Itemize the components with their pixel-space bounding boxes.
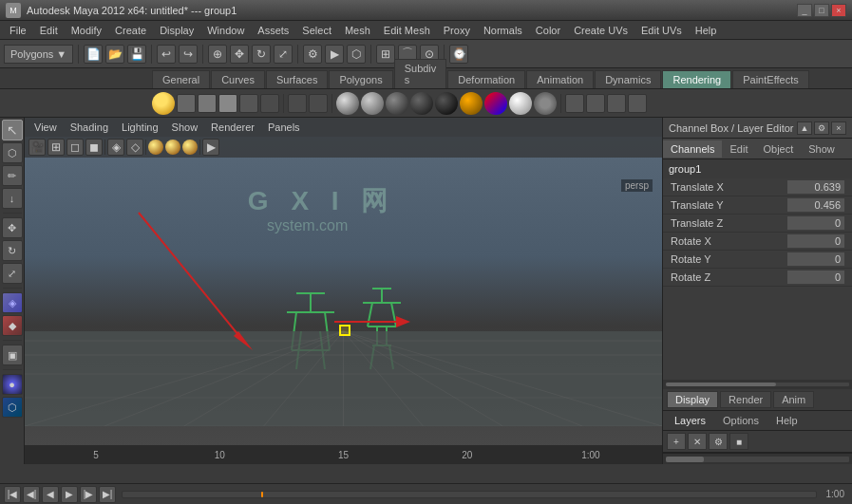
rotate-icon[interactable]: ↻ <box>252 45 271 64</box>
menu-createuvs[interactable]: Create UVs <box>568 23 634 38</box>
ch-value-ry[interactable]: 0 <box>787 252 844 266</box>
tab-surfaces[interactable]: Surfaces <box>266 70 328 88</box>
disp-tab-render[interactable]: Render <box>720 391 771 408</box>
ipr-icon[interactable]: ⬡ <box>347 45 366 64</box>
layer-tab-help[interactable]: Help <box>768 413 805 428</box>
ch-value-tx[interactable]: 0.639 <box>787 180 844 194</box>
tab-polygons[interactable]: Polygons <box>329 70 392 88</box>
timeline-track[interactable] <box>122 491 817 498</box>
tab-painteffects[interactable]: PaintEffects <box>732 70 809 88</box>
tab-general[interactable]: General <box>152 70 210 88</box>
shelf-geo2-icon[interactable] <box>260 94 279 113</box>
menu-create[interactable]: Create <box>109 23 152 38</box>
layer-tab-options[interactable]: Options <box>715 413 767 428</box>
ch-value-rx[interactable]: 0 <box>787 234 844 248</box>
layer-new-icon[interactable]: + <box>667 433 686 450</box>
bt-prev-key-icon[interactable]: ◀| <box>23 486 40 503</box>
menu-edituvs[interactable]: Edit UVs <box>635 23 688 38</box>
shelf-mat-default-icon[interactable] <box>336 92 359 115</box>
tab-curves[interactable]: Curves <box>211 70 265 88</box>
redo-icon[interactable]: ↪ <box>179 45 198 64</box>
arrow-down-icon[interactable]: ↓ <box>2 188 23 209</box>
ch-value-rz[interactable]: 0 <box>787 271 844 284</box>
bt-prev-frame-icon[interactable]: |◀ <box>4 486 21 503</box>
tab-rendering[interactable]: Rendering <box>662 70 731 88</box>
save-icon[interactable]: 💾 <box>127 45 146 64</box>
menu-editmesh[interactable]: Edit Mesh <box>378 23 436 38</box>
menu-window[interactable]: Window <box>201 23 250 38</box>
shelf-geo1-icon[interactable] <box>239 94 258 113</box>
bt-play-fwd-icon[interactable]: ▶ <box>61 486 78 503</box>
disp-tab-anim[interactable]: Anim <box>773 391 814 408</box>
layer-options-icon[interactable]: ⚙ <box>709 433 728 450</box>
select-icon[interactable]: ⊕ <box>208 45 227 64</box>
layer-scrollbar[interactable] <box>663 453 852 464</box>
move-gizmo[interactable] <box>339 325 350 336</box>
layer-delete-icon[interactable]: ✕ <box>688 433 707 450</box>
cube-icon[interactable]: ▣ <box>2 345 23 365</box>
bt-play-back-icon[interactable]: ◀ <box>42 486 59 503</box>
fluid-icon[interactable]: ⬡ <box>2 397 23 418</box>
show-manip-icon[interactable]: ◆ <box>2 315 23 336</box>
shelf-mat-rb-icon[interactable] <box>484 92 507 115</box>
menu-modify[interactable]: Modify <box>66 23 107 38</box>
menu-help[interactable]: Help <box>690 23 723 38</box>
ch-scroll-up-icon[interactable]: ▲ <box>797 121 812 135</box>
shelf-light2-icon[interactable] <box>198 94 217 113</box>
layer-tab-layers[interactable]: Layers <box>667 413 713 428</box>
maximize-button[interactable]: □ <box>814 4 829 17</box>
menu-assets[interactable]: Assets <box>252 23 294 38</box>
vp-view-menu[interactable]: View <box>28 120 63 135</box>
move-tool-icon[interactable]: ✥ <box>2 217 23 238</box>
tab-dynamics[interactable]: Dynamics <box>595 70 661 88</box>
particle-icon[interactable]: ● <box>2 374 23 395</box>
channel-scrollthumb[interactable] <box>666 383 776 386</box>
shelf-mat-dark-icon[interactable] <box>386 92 408 115</box>
rotate-tool-icon[interactable]: ↻ <box>2 240 23 261</box>
tab-animation[interactable]: Animation <box>526 70 594 88</box>
select-arrow-icon[interactable]: ↖ <box>2 120 23 140</box>
vp-shading-menu[interactable]: Shading <box>65 120 114 135</box>
shelf-extra4-icon[interactable] <box>628 94 647 113</box>
ch-tab-channels[interactable]: Channels <box>663 140 722 158</box>
shelf-extra3-icon[interactable] <box>607 94 626 113</box>
shelf-render2-icon[interactable] <box>309 94 328 113</box>
vp-show-menu[interactable]: Show <box>166 120 204 135</box>
vp-renderer-menu[interactable]: Renderer <box>205 120 260 135</box>
layer-scrollthumb[interactable] <box>666 457 704 462</box>
menu-select[interactable]: Select <box>296 23 337 38</box>
vp-lighting-menu[interactable]: Lighting <box>116 120 164 135</box>
menu-proxy[interactable]: Proxy <box>438 23 476 38</box>
snap-grid-icon[interactable]: ⊞ <box>376 45 395 64</box>
menu-edit[interactable]: Edit <box>34 23 64 38</box>
tab-deformation[interactable]: Deformation <box>447 70 525 88</box>
shelf-light3-icon[interactable] <box>218 94 237 113</box>
ch-tab-edit[interactable]: Edit <box>722 140 755 158</box>
shelf-mat-blk-icon[interactable] <box>435 92 458 115</box>
history-icon[interactable]: ⌚ <box>449 45 468 64</box>
render-settings-icon[interactable]: ⚙ <box>303 45 322 64</box>
scale-icon[interactable]: ⤢ <box>274 45 293 64</box>
new-scene-icon[interactable]: 📄 <box>84 45 103 64</box>
close-button[interactable]: × <box>831 4 846 17</box>
vp-panels-menu[interactable]: Panels <box>262 120 306 135</box>
ch-settings-icon[interactable]: ⚙ <box>814 121 829 135</box>
bt-next-key-icon[interactable]: |▶ <box>80 486 97 503</box>
bt-next-frame-icon[interactable]: ▶| <box>99 486 116 503</box>
paint-select-icon[interactable]: ✏ <box>2 165 23 186</box>
soft-select-icon[interactable]: ◈ <box>2 292 23 313</box>
menu-mesh[interactable]: Mesh <box>339 23 376 38</box>
ch-tab-object[interactable]: Object <box>755 140 801 158</box>
menu-display[interactable]: Display <box>154 23 199 38</box>
mode-dropdown[interactable]: Polygons ▼ <box>4 45 73 64</box>
ch-close-icon[interactable]: × <box>831 121 846 135</box>
channel-scrollbar[interactable] <box>663 380 852 389</box>
menu-file[interactable]: File <box>4 23 32 38</box>
tab-subdivs[interactable]: Subdiv s <box>394 59 447 88</box>
render-icon[interactable]: ▶ <box>325 45 344 64</box>
shelf-mat-gold-icon[interactable] <box>460 92 483 115</box>
shelf-extra2-icon[interactable] <box>586 94 605 113</box>
open-icon[interactable]: 📂 <box>105 45 124 64</box>
shelf-mat-dkgray-icon[interactable] <box>534 92 557 115</box>
layer-color-icon[interactable]: ■ <box>729 433 748 450</box>
